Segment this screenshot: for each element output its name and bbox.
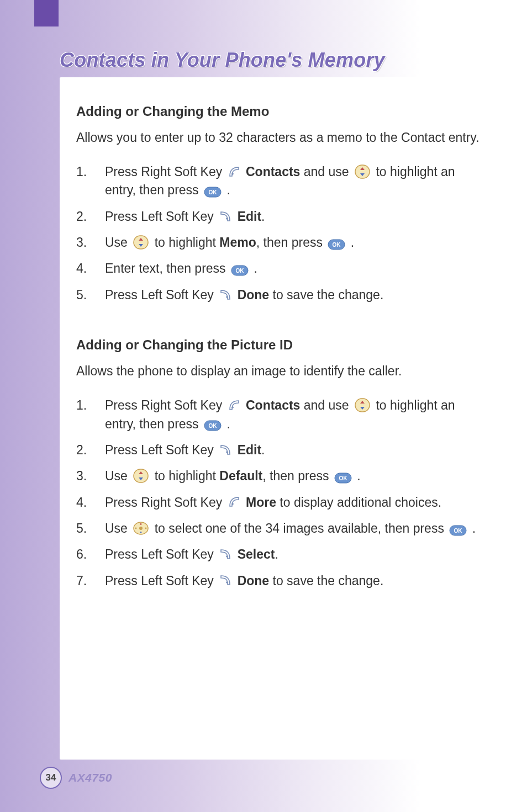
svg-rect-8 [355,399,370,412]
nav-updown-icon [354,397,371,413]
steps-list-pictureid: Press Right Soft Key Contacts and use to… [76,396,480,590]
ok-button-icon: OK [328,237,345,248]
step-item: Use to select one of the 34 images avail… [76,519,480,538]
step-item: Press Left Soft Key Select. [76,545,480,564]
step-text: . [351,235,354,250]
step-bold: Contacts [246,164,300,179]
page-number: 34 [40,767,62,789]
svg-point-18 [135,527,137,529]
steps-list-memo: Press Right Soft Key Contacts and use to… [76,163,480,304]
step-text: Press Left Soft Key [105,443,217,457]
step-bold: Done [238,574,270,588]
step-bold: Select [238,547,275,561]
ok-button-icon: OK [204,184,222,195]
page-footer: 34 AX4750 [40,767,112,789]
ok-button-icon: OK [204,418,222,429]
section-heading-pictureid: Adding or Changing the Picture ID [76,337,480,353]
step-text: to save the change. [273,574,384,588]
right-softkey-icon [228,495,241,508]
step-text: Press Left Soft Key [105,288,217,302]
step-text: Use [105,469,131,483]
section-heading-memo: Adding or Changing the Memo [76,104,480,119]
nav-updown-icon [133,235,149,250]
content-area: Adding or Changing the Memo Allows you t… [60,77,497,760]
right-softkey-icon [228,399,241,412]
step-bold: Contacts [246,398,300,412]
step-text: to save the change. [273,288,384,302]
left-softkey-icon [219,548,232,561]
svg-text:OK: OK [209,423,218,429]
step-bold: Memo [219,235,256,250]
ok-button-icon: OK [231,263,249,274]
step-text: Use [105,521,131,535]
step-item: Press Left Soft Key Edit. [76,441,480,459]
step-text: to highlight [155,469,220,483]
step-text: Press Right Soft Key [105,495,226,510]
svg-text:OK: OK [454,528,463,534]
svg-text:OK: OK [236,268,245,274]
step-text: Press Right Soft Key [105,398,226,412]
step-text: . [254,261,257,275]
nav-updown-icon [133,468,149,484]
step-bold: Done [238,288,270,302]
step-text: . [261,443,265,457]
svg-rect-11 [134,469,148,482]
step-text: , then press [256,235,326,250]
step-text: Enter text, then press [105,261,229,275]
svg-point-16 [140,523,142,525]
left-softkey-icon [219,443,232,457]
step-text: . [357,469,360,483]
step-text: Use [105,235,131,250]
step-item: Press Right Soft Key Contacts and use to… [76,163,480,200]
svg-rect-3 [134,236,148,249]
right-softkey-icon [228,165,241,178]
ok-button-icon: OK [334,470,352,481]
step-text: . [472,521,476,535]
step-text: . [226,183,230,197]
step-text: . [275,547,278,561]
step-item: Press Right Soft Key More to display add… [76,493,480,512]
section-intro-memo: Allows you to enter up to 32 characters … [76,129,480,146]
step-item: Press Left Soft Key Done to save the cha… [76,572,480,590]
ok-button-icon: OK [449,523,467,534]
margin-tab [34,0,59,26]
left-softkey-icon [219,574,232,587]
step-item: Use to highlight Memo, then press OK . [76,233,480,252]
nav-updown-icon [354,164,371,179]
section-intro-pictureid: Allows the phone to display an image to … [76,363,480,380]
step-text: Press Right Soft Key [105,164,226,179]
svg-text:OK: OK [333,242,341,248]
step-item: Use to highlight Default, then press OK … [76,467,480,485]
step-text: to select one of the 34 images available… [155,521,448,535]
step-bold: More [246,495,276,510]
nav-fourway-icon [133,521,149,535]
svg-point-17 [140,532,142,533]
model-label: AX4750 [68,771,112,784]
step-text: Press Left Soft Key [105,209,217,224]
step-text: , then press [262,469,333,483]
step-item: Press Right Soft Key Contacts and use to… [76,396,480,433]
step-text: Press Left Soft Key [105,574,217,588]
left-softkey-icon [219,210,232,223]
step-text: and use [304,398,352,412]
chapter-title: Contacts in Your Phone's Memory [60,49,385,72]
step-item: Enter text, then press OK . [76,259,480,278]
step-text: Press Left Soft Key [105,547,217,561]
left-softkey-icon [219,288,232,301]
step-item: Press Left Soft Key Edit. [76,208,480,226]
step-text: to display additional choices. [280,495,441,510]
step-text: and use [304,164,352,179]
step-bold: Edit [238,209,261,224]
step-text: . [226,417,230,431]
step-bold: Edit [238,443,261,457]
step-bold: Default [219,469,262,483]
svg-point-15 [139,527,143,530]
svg-text:OK: OK [339,475,347,481]
svg-point-19 [145,527,147,529]
step-item: Press Left Soft Key Done to save the cha… [76,286,480,304]
step-text: . [261,209,265,224]
svg-rect-0 [355,165,370,178]
step-text: to highlight [155,235,220,250]
svg-text:OK: OK [209,189,218,195]
